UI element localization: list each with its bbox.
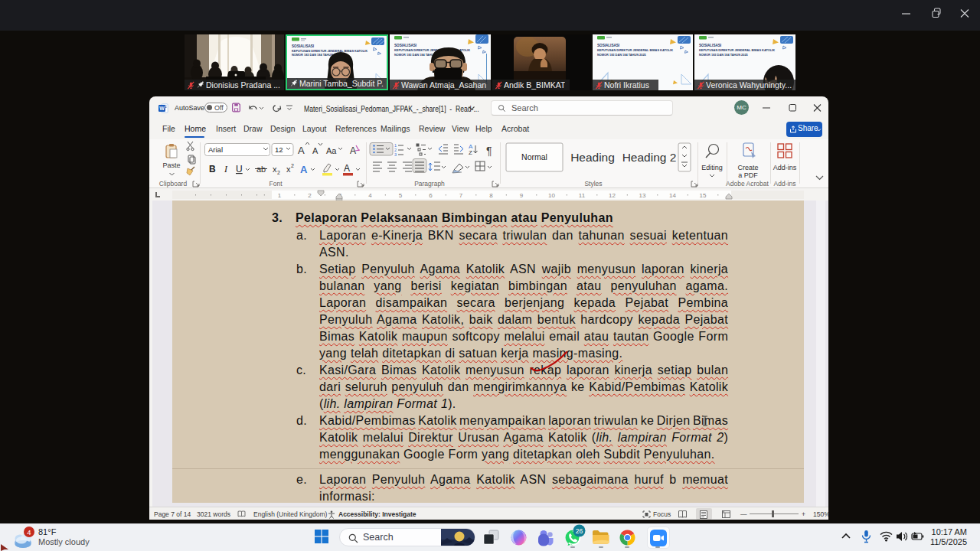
svg-text:Clipboard: Clipboard (159, 180, 188, 187)
svg-text:26: 26 (576, 527, 583, 535)
svg-text:Paragraph: Paragraph (414, 180, 445, 187)
svg-text:15: 15 (700, 192, 707, 199)
svg-text:13: 13 (639, 192, 646, 199)
svg-text:Create: Create (737, 164, 758, 171)
svg-text:9: 9 (520, 192, 524, 199)
svg-text:12: 12 (609, 192, 616, 199)
svg-text:Heading 2: Heading 2 (622, 151, 677, 164)
svg-text:Z: Z (469, 149, 472, 156)
svg-text:Heading: Heading (570, 151, 615, 164)
svg-text:2: 2 (308, 192, 312, 199)
svg-text:A: A (312, 146, 318, 155)
svg-text:Normal: Normal (521, 152, 547, 161)
svg-text:8: 8 (489, 192, 493, 199)
svg-text:6: 6 (429, 192, 433, 199)
svg-text:4: 4 (27, 528, 31, 536)
svg-text:NOMOR 183 DAN 184 TAHUN 2025: NOMOR 183 DAN 184 TAHUN 2025 (597, 53, 647, 57)
svg-text:A: A (298, 145, 305, 156)
svg-text:A: A (350, 145, 356, 156)
svg-text:10: 10 (548, 192, 555, 199)
svg-text:I: I (224, 164, 228, 174)
svg-text:Styles: Styles (584, 180, 602, 187)
svg-text:Add-ins: Add-ins (773, 164, 797, 171)
svg-text:B: B (209, 164, 216, 174)
svg-text:2: 2 (277, 170, 280, 175)
svg-text:11: 11 (579, 192, 586, 199)
svg-text:7: 7 (459, 192, 463, 199)
svg-text:SOSIALISASI: SOSIALISASI (597, 44, 619, 47)
svg-text:4: 4 (368, 192, 372, 199)
svg-text:12: 12 (275, 145, 283, 154)
svg-text:SOSIALISASI: SOSIALISASI (394, 44, 416, 47)
svg-text:a PDF: a PDF (738, 171, 758, 179)
svg-text:Add-ins: Add-ins (774, 180, 796, 187)
svg-text:W: W (159, 106, 165, 111)
svg-text:1: 1 (278, 192, 282, 199)
svg-text:KEPUTUSAN DIREKTUR JENDERAL BI: KEPUTUSAN DIREKTUR JENDERAL BIMAS KATOLI… (597, 48, 673, 52)
svg-text:5: 5 (399, 192, 403, 199)
svg-text:SOSIALISASI: SOSIALISASI (292, 44, 314, 48)
svg-text:Paste: Paste (162, 161, 180, 169)
svg-text:U: U (236, 164, 243, 174)
svg-text:Arial: Arial (208, 145, 223, 154)
svg-text:NOMOR 183 DAN 184 TAHUN 2025: NOMOR 183 DAN 184 TAHUN 2025 (699, 53, 749, 57)
svg-text:A: A (344, 163, 350, 174)
svg-text:SOSIALISASI: SOSIALISASI (699, 44, 721, 47)
svg-text:Editing: Editing (701, 164, 723, 171)
svg-text:KEPUTUSAN DIREKTUR JENDERAL BI: KEPUTUSAN DIREKTUR JENDERAL BIMAS KATOLI… (699, 48, 775, 52)
svg-text:¶: ¶ (486, 145, 492, 157)
svg-text:Font: Font (269, 180, 283, 187)
svg-text:Aa: Aa (326, 146, 337, 155)
svg-text:KEPUTUSAN DIREKTUR JENDERAL BI: KEPUTUSAN DIREKTUR JENDERAL BIMAS KATOLI… (292, 49, 368, 53)
svg-text:A: A (300, 164, 308, 175)
svg-text:Adobe Acrobat: Adobe Acrobat (726, 180, 769, 187)
svg-text:2: 2 (291, 163, 294, 168)
svg-text:14: 14 (669, 192, 676, 199)
svg-text:3: 3 (394, 152, 397, 157)
